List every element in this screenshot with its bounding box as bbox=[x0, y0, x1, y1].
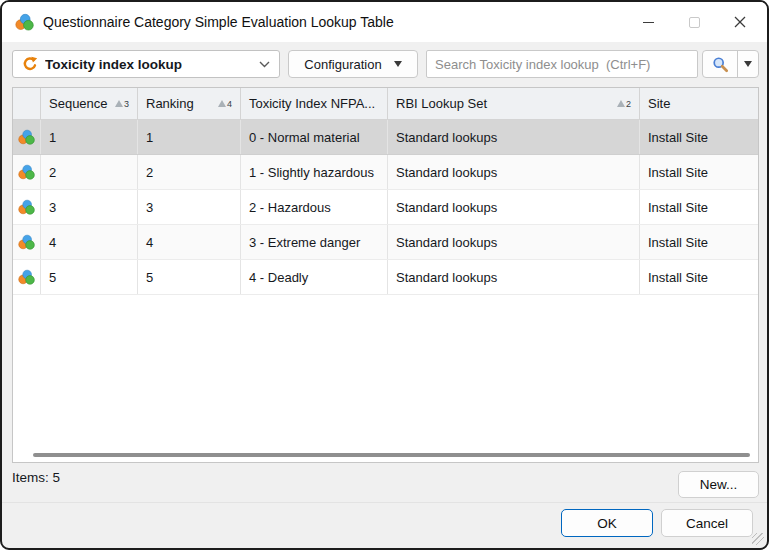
search-options-button[interactable] bbox=[738, 51, 758, 77]
app-balls-icon bbox=[15, 13, 34, 32]
cell-site: Install Site bbox=[640, 225, 758, 259]
cell-ranking: 4 bbox=[138, 225, 241, 259]
sort-ascending-icon: 3 bbox=[109, 98, 129, 110]
table-header-row: Sequence 3 Ranking 4 Toxicity Index NFPA… bbox=[13, 88, 758, 120]
lookup-item-icon bbox=[18, 269, 35, 286]
search-input[interactable] bbox=[426, 50, 698, 78]
table-row[interactable]: 1 1 0 - Normal material Standard lookups… bbox=[13, 120, 758, 155]
column-header-ranking[interactable]: Ranking 4 bbox=[138, 88, 241, 119]
cell-toxicity: 2 - Hazardous bbox=[241, 190, 388, 224]
table-row[interactable]: 5 5 4 - Deadly Standard lookups Install … bbox=[13, 260, 758, 295]
lookup-selector-combobox[interactable]: Toxicity index lookup bbox=[12, 50, 280, 78]
horizontal-scrollbar[interactable] bbox=[33, 453, 750, 457]
title-bar[interactable]: Questionnaire Category Simple Evaluation… bbox=[2, 2, 767, 42]
cell-site: Install Site bbox=[640, 120, 758, 154]
configuration-button[interactable]: Configuration bbox=[288, 50, 418, 78]
maximize-button[interactable] bbox=[671, 2, 717, 42]
lookup-table: Sequence 3 Ranking 4 Toxicity Index NFPA… bbox=[12, 87, 759, 463]
cell-toxicity: 4 - Deadly bbox=[241, 260, 388, 294]
dialog-window: Questionnaire Category Simple Evaluation… bbox=[0, 0, 769, 550]
lookup-item-icon bbox=[18, 164, 35, 181]
minimize-icon bbox=[643, 22, 654, 23]
new-button[interactable]: New... bbox=[678, 471, 759, 498]
table-row[interactable]: 4 4 3 - Extreme danger Standard lookups … bbox=[13, 225, 758, 260]
cell-ranking: 3 bbox=[138, 190, 241, 224]
window-controls bbox=[625, 2, 763, 42]
cell-site: Install Site bbox=[640, 190, 758, 224]
column-header-rbi-lookup-set[interactable]: RBI Lookup Set 2 bbox=[388, 88, 640, 119]
cell-rbi: Standard lookups bbox=[388, 225, 640, 259]
cell-sequence: 1 bbox=[41, 120, 138, 154]
dropdown-arrow-icon bbox=[744, 61, 752, 67]
column-header-sequence[interactable]: Sequence 3 bbox=[41, 88, 138, 119]
table-row[interactable]: 2 2 1 - Slightly hazardous Standard look… bbox=[13, 155, 758, 190]
cell-sequence: 3 bbox=[41, 190, 138, 224]
lookup-item-icon bbox=[18, 129, 35, 146]
cell-sequence: 2 bbox=[41, 155, 138, 189]
minimize-button[interactable] bbox=[625, 2, 671, 42]
column-header-site[interactable]: Site bbox=[640, 88, 758, 119]
lookup-selector-value: Toxicity index lookup bbox=[45, 57, 182, 72]
maximize-icon bbox=[689, 17, 700, 28]
footer-divider bbox=[2, 502, 767, 503]
dropdown-arrow-icon bbox=[394, 61, 402, 67]
lookup-item-icon bbox=[18, 234, 35, 251]
cell-ranking: 2 bbox=[138, 155, 241, 189]
cell-toxicity: 3 - Extreme danger bbox=[241, 225, 388, 259]
search-button[interactable] bbox=[703, 51, 737, 77]
ok-button[interactable]: OK bbox=[561, 509, 653, 537]
refresh-icon bbox=[22, 56, 38, 72]
cell-ranking: 5 bbox=[138, 260, 241, 294]
cell-sequence: 4 bbox=[41, 225, 138, 259]
cell-ranking: 1 bbox=[138, 120, 241, 154]
sort-ascending-icon: 2 bbox=[611, 98, 631, 110]
cell-rbi: Standard lookups bbox=[388, 155, 640, 189]
cell-site: Install Site bbox=[640, 260, 758, 294]
column-header-icon[interactable] bbox=[13, 88, 41, 119]
cell-site: Install Site bbox=[640, 155, 758, 189]
lookup-item-icon bbox=[18, 199, 35, 216]
cell-rbi: Standard lookups bbox=[388, 120, 640, 154]
sort-ascending-icon: 4 bbox=[212, 98, 232, 110]
items-count: Items: 5 bbox=[12, 470, 60, 485]
cancel-button[interactable]: Cancel bbox=[661, 509, 753, 537]
resize-grip[interactable] bbox=[752, 533, 764, 545]
column-header-toxicity[interactable]: Toxicity Index NFPA... bbox=[241, 88, 388, 119]
cell-sequence: 5 bbox=[41, 260, 138, 294]
chevron-down-icon bbox=[259, 61, 270, 68]
cell-toxicity: 1 - Slightly hazardous bbox=[241, 155, 388, 189]
table-row[interactable]: 3 3 2 - Hazardous Standard lookups Insta… bbox=[13, 190, 758, 225]
configuration-label: Configuration bbox=[304, 57, 381, 72]
window-title: Questionnaire Category Simple Evaluation… bbox=[43, 14, 394, 30]
search-button-group bbox=[702, 50, 759, 78]
close-icon bbox=[734, 16, 746, 28]
cell-rbi: Standard lookups bbox=[388, 260, 640, 294]
cell-rbi: Standard lookups bbox=[388, 190, 640, 224]
search-icon bbox=[712, 56, 729, 73]
cell-toxicity: 0 - Normal material bbox=[241, 120, 388, 154]
close-button[interactable] bbox=[717, 2, 763, 42]
